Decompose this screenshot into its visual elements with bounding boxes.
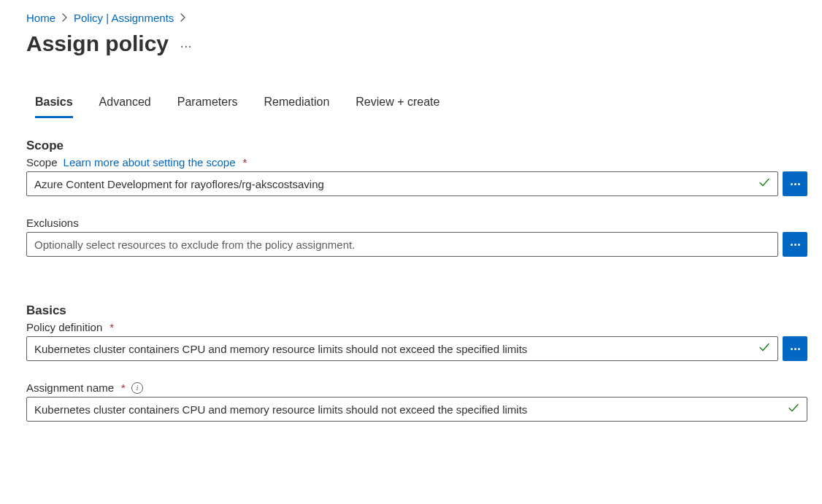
ellipsis-icon bbox=[791, 183, 800, 185]
tab-advanced[interactable]: Advanced bbox=[99, 91, 151, 118]
page-title: Assign policy bbox=[26, 31, 169, 56]
tab-review-create[interactable]: Review + create bbox=[356, 91, 439, 118]
policy-definition-input[interactable] bbox=[26, 336, 778, 361]
tabs: Basics Advanced Parameters Remediation R… bbox=[26, 91, 807, 118]
breadcrumb-home[interactable]: Home bbox=[26, 12, 55, 24]
assignment-name-input[interactable] bbox=[26, 397, 807, 422]
scope-heading: Scope bbox=[26, 139, 807, 153]
more-actions-icon[interactable]: ··· bbox=[180, 40, 192, 53]
assignment-name-label: Assignment name bbox=[26, 381, 114, 394]
tab-parameters[interactable]: Parameters bbox=[177, 91, 238, 118]
scope-label: Scope bbox=[26, 156, 58, 168]
scope-input[interactable] bbox=[26, 171, 778, 196]
exclusions-label: Exclusions bbox=[26, 217, 79, 229]
tab-remediation[interactable]: Remediation bbox=[264, 91, 329, 118]
exclusions-input[interactable] bbox=[26, 232, 778, 257]
required-indicator: * bbox=[243, 156, 247, 168]
page-header: Assign policy ··· bbox=[26, 31, 807, 56]
breadcrumb-policy-assignments[interactable]: Policy | Assignments bbox=[74, 12, 174, 24]
assignment-name-label-row: Assignment name * i bbox=[26, 381, 807, 394]
info-icon[interactable]: i bbox=[131, 382, 143, 394]
ellipsis-icon bbox=[791, 348, 800, 350]
required-indicator: * bbox=[121, 381, 126, 394]
scope-picker-button[interactable] bbox=[783, 171, 807, 196]
basics-heading: Basics bbox=[26, 303, 807, 318]
scope-label-row: Scope Learn more about setting the scope… bbox=[26, 156, 807, 168]
policy-definition-picker-button[interactable] bbox=[783, 336, 807, 361]
exclusions-picker-button[interactable] bbox=[783, 232, 807, 257]
required-indicator: * bbox=[110, 321, 114, 333]
chevron-right-icon bbox=[61, 12, 68, 24]
breadcrumb: Home Policy | Assignments bbox=[26, 12, 807, 24]
ellipsis-icon bbox=[791, 244, 800, 246]
policy-definition-label: Policy definition bbox=[26, 321, 102, 333]
chevron-right-icon bbox=[180, 12, 186, 24]
tab-basics[interactable]: Basics bbox=[35, 91, 73, 118]
scope-learn-more-link[interactable]: Learn more about setting the scope bbox=[64, 156, 236, 168]
exclusions-label-row: Exclusions bbox=[26, 217, 807, 229]
policy-definition-label-row: Policy definition * bbox=[26, 321, 807, 333]
